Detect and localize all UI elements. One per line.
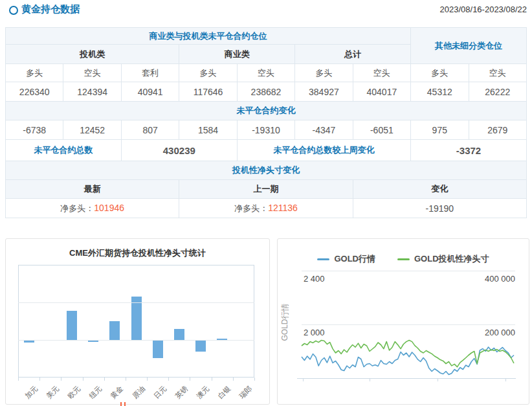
change-value-cell: 975: [411, 120, 469, 140]
column-header-cell: 多头: [295, 64, 353, 82]
bar-x-tick: [168, 378, 169, 381]
net-prev-value: 121136: [268, 203, 298, 213]
change-value-cell: -6738: [6, 120, 63, 140]
bar-chart-panel: CME外汇期货持仓投机性净头寸统计 加元美元欧元纽元黄金原油日元英镑澳元白银瑞郎: [5, 238, 270, 405]
position-value-cell: 124394: [63, 82, 121, 102]
bar-category-label: 瑞郎: [227, 384, 254, 406]
other-header-cell: 其他未细分类仓位: [411, 28, 527, 64]
change-section-header: 未平仓合约变化: [6, 102, 527, 120]
page-header: 黄金持仓数据 2023/08/16-2023/08/22: [0, 0, 532, 22]
bar-澳元: [195, 341, 206, 352]
position-value-cell: 45312: [411, 82, 469, 102]
bar-x-tick: [39, 378, 40, 381]
bar-加元: [24, 341, 34, 343]
position-value-cell: 226340: [6, 82, 63, 102]
net-change-cell: -19190: [353, 199, 526, 218]
change-value-cell: 807: [121, 120, 179, 140]
bar-chart-title: CME外汇期货持仓投机性净头寸统计: [6, 247, 269, 259]
bar-黄金: [109, 321, 120, 340]
position-value-cell: 384927: [295, 82, 353, 102]
clipped-content-fragment: [119, 402, 128, 406]
bar-x-tick: [147, 378, 148, 381]
bar-纽元: [88, 341, 98, 342]
bar-x-tick: [83, 378, 83, 381]
subgroup-cell: 总计: [295, 45, 411, 64]
bar-x-tick: [254, 378, 255, 381]
position-value-cell: 40941: [121, 82, 179, 102]
total-change-value-cell: -3372: [411, 140, 527, 161]
position-value-cell: 238682: [237, 82, 294, 102]
bar-日元: [153, 341, 163, 358]
change-value-cell: -4347: [295, 120, 353, 140]
net-column-header-cell: 上一期: [179, 180, 353, 199]
net-latest-cell: 净多头：101946: [6, 199, 179, 218]
column-header-cell: 空头: [237, 64, 294, 82]
bar-x-tick: [126, 378, 126, 381]
change-value-cell: 12452: [63, 120, 121, 140]
column-header-cell: 多头: [6, 64, 63, 82]
column-header-cell: 空头: [353, 64, 410, 82]
positions-row: 2263401243944094111764623868238492740401…: [6, 82, 527, 102]
group-header-cell: 商业类与投机类未平仓合约仓位: [6, 28, 411, 45]
net-prev-label: 净多头：: [234, 203, 268, 213]
total-label-cell: 未平仓合约总数: [6, 140, 122, 161]
line-chart-panel: GOLD行情 GOLD投机性净头寸 2 400 2 000 400 000 20…: [277, 238, 529, 405]
bar-x-tick: [212, 378, 212, 381]
bar-x-tick: [104, 378, 105, 381]
bar-原油: [131, 297, 142, 340]
net-column-header-cell: 变化: [353, 180, 526, 199]
column-header-row: 多头空头套利多头空头多头空头多头空头: [6, 64, 527, 82]
change-value-cell: -6051: [353, 120, 410, 140]
bar-欧元: [67, 311, 77, 340]
column-header-cell: 套利: [121, 64, 179, 82]
position-value-cell: 117646: [179, 82, 237, 102]
change-value-cell: 1584: [179, 120, 237, 140]
page-title: 黄金持仓数据: [21, 3, 80, 16]
bar-x-tick: [233, 378, 234, 381]
subgroup-cell: 商业类: [179, 45, 295, 64]
net-section-header: 投机性净头寸变化: [6, 161, 527, 180]
column-header-cell: 多头: [179, 64, 237, 82]
date-range: 2023/08/16-2023/08/22: [440, 5, 527, 14]
net-prev-cell: 净多头：121136: [179, 199, 353, 218]
net-latest-value: 101946: [94, 203, 124, 213]
change-value-cell: 2679: [469, 120, 527, 140]
net-columns-row: 最新上一期变化: [6, 180, 527, 199]
bar-英镑: [174, 329, 184, 340]
positions-table: 商业类与投机类未平仓合约仓位 其他未细分类仓位 投机类商业类总计 多头空头套利多…: [5, 27, 527, 218]
bar-x-tick: [190, 378, 190, 381]
column-header-cell: 空头: [63, 64, 121, 82]
net-latest-label: 净多头：: [60, 203, 94, 213]
subgroup-cell: 投机类: [6, 45, 179, 64]
column-header-cell: 多头: [411, 64, 469, 82]
position-value-cell: 404017: [353, 82, 410, 102]
net-column-header-cell: 最新: [6, 180, 179, 199]
change-value-cell: -19310: [237, 120, 294, 140]
bar-x-tick: [18, 378, 19, 381]
changes-row: -6738124528071584-19310-4347-60519752679: [6, 120, 527, 140]
position-value-cell: 26222: [469, 82, 527, 102]
line-chart-svg: [278, 239, 529, 404]
circle-bullet-icon: [9, 6, 18, 15]
column-header-cell: 空头: [469, 64, 527, 82]
bar-gridline: [18, 340, 254, 341]
total-change-label-cell: 未平仓合约总数较上周变化: [237, 140, 410, 161]
bar-x-tick: [61, 378, 61, 381]
bar-gridline: [18, 302, 254, 303]
total-value-cell: 430239: [121, 140, 237, 161]
